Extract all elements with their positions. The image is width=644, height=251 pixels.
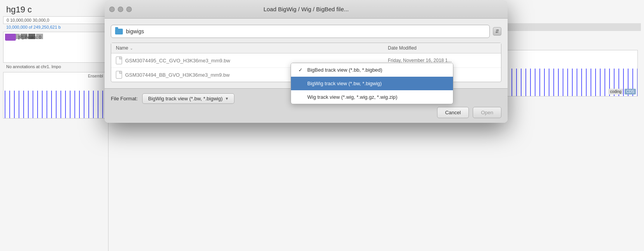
dropdown-item-label: BigBed track view (*.bb, *.bigbed)	[307, 67, 382, 73]
file-icon-2	[116, 71, 122, 79]
format-label: File Format:	[111, 96, 138, 101]
modal-dialog: Load BigWig / Wig / BigBed file... bigwi…	[105, 0, 508, 123]
dropdown-item-wig[interactable]: Wig track view (*.wig, *.wig.gz, *.wig.z…	[291, 90, 453, 104]
minimize-button[interactable]	[118, 7, 123, 12]
maximize-button[interactable]	[126, 7, 132, 12]
modal-title: Load BigWig / Wig / BigBed file...	[263, 6, 349, 12]
modal-titlebar: Load BigWig / Wig / BigBed file...	[105, 0, 508, 19]
modal-footer: File Format: BigWig track view (*.bw, *.…	[105, 88, 508, 123]
cancel-button[interactable]: Cancel	[437, 107, 469, 118]
format-dropdown[interactable]: BigWig track view (*.bw, *.bigwig) ▼	[142, 93, 234, 104]
dropdown-item-label: BigWig track view (*.bw, *.bigwig)	[307, 81, 382, 86]
footer-buttons: Cancel Open	[111, 107, 501, 118]
dropdown-item-bigwig[interactable]: BigWig track view (*.bw, *.bigwig)	[291, 77, 453, 90]
selected-format-text: BigWig track view (*.bw, *.bigwig)	[148, 96, 222, 101]
file-icon-1	[116, 57, 122, 64]
dropdown-arrow-icon: ▼	[225, 96, 229, 101]
file-date-1: Friday, November 16, 2018 1...	[388, 58, 496, 63]
modal-overlay: Load BigWig / Wig / BigBed file... bigwi…	[0, 0, 644, 251]
dropdown-item-label: Wig track view (*.wig, *.wig.gz, *.wig.z…	[307, 94, 398, 100]
open-button[interactable]: Open	[473, 107, 501, 118]
folder-selector[interactable]: bigwigs	[111, 25, 490, 38]
folder-name: bigwigs	[126, 28, 144, 34]
check-mark-icon: ✓	[297, 67, 303, 73]
dropdown-item-bigbed[interactable]: ✓ BigBed track view (*.bb, *.bigbed)	[291, 63, 453, 77]
dropdown-menu: ✓ BigBed track view (*.bb, *.bigbed) Big…	[291, 63, 453, 104]
close-button[interactable]	[109, 7, 115, 12]
folder-bar: bigwigs ⇵	[111, 25, 501, 38]
folder-spinner[interactable]: ⇵	[493, 27, 501, 36]
col-date-header: Date Modified	[388, 45, 496, 51]
window-controls	[109, 7, 132, 12]
col-name-header: Name ⌄	[116, 45, 388, 51]
folder-icon	[115, 29, 123, 34]
sort-icon: ⌄	[130, 46, 133, 50]
table-header: Name ⌄ Date Modified	[111, 43, 501, 53]
